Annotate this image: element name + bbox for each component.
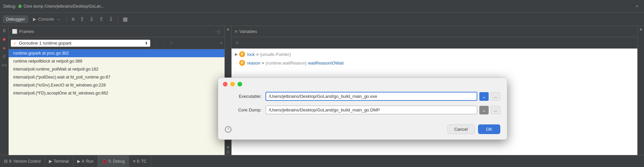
expand-lock-icon[interactable]: ▶ (235, 52, 238, 57)
window-title: Core dump /Users/jetbrains/Desktop/GoLan… (24, 4, 633, 9)
run-label: 4: Run (82, 159, 93, 164)
run-icon: ▶ (77, 159, 80, 164)
core-dump-row: Core Dump: ⌄ ... (225, 105, 500, 114)
dialog-content: Executable: ⌄ ... Core Dump: ⌄ ... (218, 89, 507, 124)
frames-panel: ⬜ Frames →| ✓ Goroutine 1 runtime.gopark… (9, 26, 225, 155)
status-dot (18, 5, 22, 8)
lock-type: {unsafe.Pointer} (260, 52, 291, 57)
traffic-light-green[interactable] (238, 82, 242, 86)
core-dump-input[interactable] (265, 105, 477, 114)
toolbar-separator-1 (67, 16, 67, 23)
title-bar: Debug: Core dump /Users/jetbrains/Deskto… (0, 0, 644, 13)
status-debug[interactable]: 🐞 5: Debug (98, 155, 129, 167)
executable-input-wrap: ⌄ ... (265, 92, 500, 101)
reason-type: {runtime.waitReason} (265, 61, 307, 66)
debug-icon: 🐞 (102, 159, 107, 164)
goroutine-label: Goroutine 1 runtime.gopark (19, 41, 143, 46)
cancel-button[interactable]: Cancel (447, 124, 475, 134)
status-version-control[interactable]: ⊟ 9: Version Control (0, 155, 45, 167)
goroutine-check-icon: ✓ (13, 41, 17, 46)
reason-eq: = (262, 61, 264, 66)
expand-right-btn[interactable]: + (220, 41, 223, 46)
reason-value[interactable]: waitReasonIOWait (308, 61, 344, 66)
variables-toolbar: + (232, 37, 637, 49)
close-button[interactable]: ✕ (633, 3, 641, 9)
frame-item-3[interactable]: internal/poll.(*pollDesc).wait at fd_pol… (9, 73, 225, 81)
toolbar-btn-step[interactable]: ⇧ (97, 15, 105, 23)
left-edge-panel: ⏸ ■ ● // >> (0, 26, 9, 155)
dialog-traffic-lights (218, 78, 507, 89)
toolbar-btn-stepout[interactable]: ⇩ (107, 15, 115, 23)
frame-item-4[interactable]: internal/poll.(*ioSrv).ExecIO at fd_wind… (9, 81, 225, 89)
frame-item-2[interactable]: internal/poll.runtime_pollWait at netpol… (9, 65, 225, 73)
toolbar-btn-up[interactable]: ⇧ (78, 15, 86, 23)
version-control-icon: ⊟ (4, 159, 8, 164)
pin-button[interactable]: →| (214, 29, 220, 34)
executable-row: Executable: ⌄ ... (225, 92, 500, 101)
scroll-down-btn[interactable]: ▼ (226, 145, 230, 150)
frame-up-btn[interactable]: ↑ (152, 39, 158, 47)
right-scroll-up[interactable]: ▲ (639, 27, 643, 31)
lines-btn[interactable]: // (2, 53, 6, 60)
executable-browse-btn[interactable]: ... (491, 92, 500, 100)
pause-btn[interactable]: ⏸ (1, 27, 7, 34)
variables-header: ≡ Variables (232, 26, 637, 37)
copy-btn[interactable]: ⎘ (227, 150, 229, 154)
more-btn[interactable]: >> (1, 62, 7, 69)
executable-input[interactable] (265, 92, 477, 101)
debug-label: Debug: (3, 4, 16, 9)
traffic-light-red[interactable] (223, 82, 228, 86)
frames-icon: ⬜ (12, 29, 17, 34)
console-icon: ▶ (33, 17, 36, 22)
frame-item-0[interactable]: runtime.gopark at proc.go:302 (9, 49, 225, 57)
dialog-help-btn[interactable]: ? (225, 126, 232, 133)
goroutine-selector[interactable]: ✓ Goroutine 1 runtime.gopark ⬍ (11, 40, 150, 47)
frame-item-1[interactable]: runtime.netpollblock at netpoll.go:389 (9, 57, 225, 65)
version-control-label: 9: Version Control (9, 159, 41, 164)
core-dump-input-wrap: ⌄ ... (265, 105, 500, 114)
toolbar-btn-grid[interactable]: ▦ (121, 15, 130, 23)
variable-reason: ▶ P reason = {runtime.waitReason} waitRe… (232, 59, 637, 67)
tc-icon: ≡ (133, 159, 136, 164)
core-dump-label: Core Dump: (225, 107, 261, 112)
reason-name: reason (247, 61, 260, 66)
frames-list: runtime.gopark at proc.go:302 runtime.ne… (9, 49, 225, 155)
frames-toolbar: ✓ Goroutine 1 runtime.gopark ⬍ ↑ ↓ ≡ + (9, 37, 225, 49)
frame-menu-btn[interactable]: ≡ (168, 39, 175, 47)
add-variable-btn[interactable]: + (234, 40, 241, 46)
main-toolbar: Debugger ▶ Console → ≡ ⇧ ⇩ ⇧ ⇩ ▦ (0, 13, 644, 26)
lock-eq: = (256, 52, 259, 57)
frames-panel-header: ⬜ Frames →| (9, 26, 225, 37)
executable-dropdown-btn[interactable]: ⌄ (479, 92, 489, 101)
stop-btn[interactable]: ■ (2, 36, 6, 43)
core-dump-dropdown-btn[interactable]: ⌄ (479, 106, 489, 114)
status-terminal[interactable]: ▶ Terminal (45, 155, 73, 167)
traffic-light-yellow[interactable] (230, 82, 235, 86)
lock-type-badge: P (239, 51, 245, 57)
ok-button[interactable]: OK (478, 124, 500, 134)
core-dump-browse-btn[interactable]: ... (491, 106, 500, 114)
variable-lock: ▶ P lock = {unsafe.Pointer} (232, 50, 637, 59)
toolbar-btn-menu[interactable]: ≡ (70, 15, 77, 23)
lock-name: lock (247, 52, 255, 57)
frame-item-5[interactable]: internal/poll.(*FD).acceptOne at fd_wind… (9, 89, 225, 97)
status-bar: ⊟ 9: Version Control ▶ Terminal ▶ 4: Run… (0, 155, 644, 167)
variables-title: Variables (240, 29, 257, 34)
right-scroll-panel: ▲ (637, 26, 644, 155)
terminal-label: Terminal (54, 159, 69, 164)
reason-type-badge: P (239, 60, 245, 66)
frame-down-btn[interactable]: ↓ (160, 39, 166, 47)
goroutine-dropdown-icon: ⬍ (145, 41, 148, 46)
toolbar-btn-down[interactable]: ⇩ (87, 15, 96, 23)
variables-icon: ≡ (235, 29, 238, 34)
status-run[interactable]: ▶ 4: Run (73, 155, 98, 167)
debug-label: 5: Debug (108, 159, 125, 164)
toolbar-separator-2 (118, 16, 118, 23)
scroll-up-btn[interactable]: ▲ (226, 27, 230, 31)
status-tc[interactable]: ≡ 6: TC (129, 155, 151, 167)
tab-console[interactable]: ▶ Console → (30, 15, 64, 23)
record-btn[interactable]: ● (2, 45, 6, 51)
executable-label: Executable: (225, 94, 261, 99)
tc-label: 6: TC (137, 159, 146, 164)
tab-debugger[interactable]: Debugger (3, 15, 28, 23)
